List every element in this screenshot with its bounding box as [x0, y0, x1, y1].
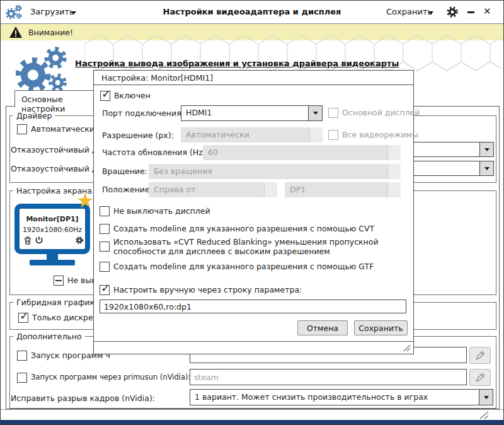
monitor-name: Monitor[DP1]: [20, 215, 85, 223]
all-modes-checkbox[interactable]: [328, 130, 338, 140]
star-icon: ★: [76, 189, 94, 212]
edit-icon: [475, 351, 485, 361]
edit-primus-button[interactable]: [469, 369, 491, 386]
position-ref-value: DP1: [285, 182, 387, 197]
chevron-down-icon[interactable]: [479, 390, 493, 405]
port-select[interactable]: HDMI1: [181, 105, 323, 121]
chevron-down-icon[interactable]: [308, 106, 322, 120]
discrete-only-checkbox[interactable]: [18, 313, 28, 323]
cancel-button[interactable]: Отмена: [297, 320, 348, 335]
manual-param-label: Настроить вручную через строку параметра…: [113, 285, 302, 294]
chevron-down-icon[interactable]: [479, 143, 493, 156]
page-title: Настройка вывода изображения и установка…: [75, 59, 399, 68]
gtf-modeline-label: Создать modeline для указанного разрешен…: [113, 262, 374, 271]
primary-display-label: Основной дисплей: [342, 108, 420, 117]
cvt-modeline-checkbox[interactable]: [100, 224, 110, 234]
monitor-settings-dialog: Настройка: Monitor[HDMI1] Включен Порт п…: [93, 70, 414, 354]
edit-run-opts-button[interactable]: [469, 347, 491, 364]
cvt-modeline-label: Создать modeline для указанного разрешен…: [113, 224, 374, 233]
save-caret-icon: [428, 11, 433, 15]
power-icon[interactable]: [35, 236, 43, 245]
chevron-down-icon[interactable]: [479, 161, 493, 175]
tear-select[interactable]: 1 вариант. Может снизить производительно…: [190, 389, 493, 405]
run-opts-checkbox[interactable]: [17, 351, 27, 361]
enabled-checkbox[interactable]: [100, 91, 110, 101]
warning-icon: [9, 26, 23, 38]
resolution-label: Разрешение (px):: [102, 131, 174, 140]
position-ref-select: DP1: [285, 182, 401, 197]
tear-value: 1 вариант. Может снизить производительно…: [190, 390, 479, 405]
rotation-select: Без вращения: [149, 164, 401, 179]
trash-icon[interactable]: [24, 236, 32, 245]
enabled-label: Включен: [114, 91, 151, 100]
rotation-value: Без вращения: [149, 164, 387, 179]
status-bar: [1, 409, 503, 420]
monitor-mode: 1920x1080:60Hz: [20, 226, 85, 234]
gtf-modeline-checkbox[interactable]: [100, 262, 110, 272]
gear-icon[interactable]: [446, 6, 459, 18]
save-menu[interactable]: Сохранить: [386, 7, 432, 16]
minimize-icon[interactable]: [467, 11, 474, 13]
primus-label: Запуск программ через primusun (nVidia):: [31, 373, 190, 382]
rotation-label: Вращение:: [102, 166, 147, 176]
edit-icon: [475, 373, 485, 383]
primus-checkbox[interactable]: [17, 373, 27, 383]
monitor-stand-base: [30, 260, 75, 265]
title-bar: Загрузить Настройки видеоадаптера и дисп…: [1, 1, 503, 24]
keep-display-on-checkbox[interactable]: [100, 206, 110, 216]
dialog-footer: [94, 341, 413, 354]
position-value: Справа от: [149, 182, 264, 197]
monitor-gear-icon[interactable]: [75, 236, 84, 245]
port-value: HDMI1: [181, 106, 308, 120]
bottom-bar: [1, 420, 503, 425]
close-icon[interactable]: ✕: [483, 6, 491, 17]
resolution-select: Автоматически: [181, 127, 323, 143]
primary-display-checkbox[interactable]: [328, 108, 338, 118]
dialog-title: Настройка: Monitor[HDMI1]: [94, 71, 413, 85]
warning-text: Внимание!: [28, 28, 73, 37]
tear-label: Исправить разрыв кадров (nVidia):: [11, 393, 155, 403]
dialog-resize-grip-icon[interactable]: [403, 344, 411, 352]
keep-display-on-label: Не выключать дисплей: [113, 206, 210, 216]
app-window: Загрузить Настройки видеоадаптера и дисп…: [0, 0, 504, 425]
refresh-rate-value: 60: [203, 145, 387, 160]
group-extra-legend: Дополнительно: [13, 332, 85, 341]
refresh-rate-select: 60: [203, 145, 401, 160]
manual-param-checkbox[interactable]: [100, 285, 110, 295]
header-gears-icon: [16, 46, 67, 93]
refresh-rate-label: Частота обновления (Hz):: [102, 148, 209, 157]
all-modes-label: Все видеорежимы: [342, 130, 418, 139]
position-label: Положение:: [102, 185, 152, 194]
position-select: Справа от: [149, 182, 277, 197]
resize-grip-icon[interactable]: [476, 411, 490, 419]
resolution-value: Автоматически: [181, 127, 309, 143]
manual-param-input[interactable]: [100, 300, 406, 313]
keep-on-checkbox[interactable]: [54, 276, 64, 286]
cvt-reduced-checkbox[interactable]: [100, 242, 110, 252]
port-label: Порт подключения:: [102, 108, 184, 118]
save-button[interactable]: Сохранить: [354, 320, 408, 335]
primus-input[interactable]: [190, 369, 467, 385]
group-hybrid-legend: Гибридная графика: [13, 298, 103, 307]
cvt-reduced-label: Использовать «CVT Reduced Blanking» умен…: [113, 237, 411, 256]
auto-driver-checkbox[interactable]: [17, 124, 27, 134]
